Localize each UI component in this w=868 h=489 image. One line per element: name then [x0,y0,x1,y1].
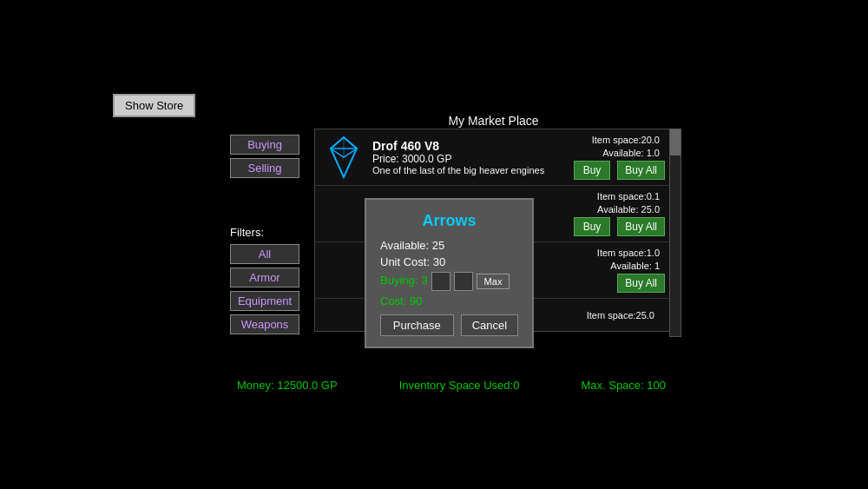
item-icon-gun [322,248,365,292]
modal-buying-value: 3 [421,274,427,287]
buy-button-1[interactable]: Buy [574,161,611,180]
modal-buying-label: Buying: [380,274,418,287]
max-button[interactable]: Max [477,274,510,289]
item-available-2: Available: 25.0 [578,204,665,215]
scrollbar[interactable] [669,129,681,337]
modal-quantity-row: Buying: 3 Max [380,272,518,291]
item-price: Price: 3000.0 GP [372,153,574,165]
buy-all-button-1[interactable]: Buy All [617,161,665,180]
item-name: Drof 460 V8 [372,139,574,153]
filter-weapons[interactable]: Weapons [230,314,299,334]
filter-all[interactable]: All [230,244,299,264]
filter-armor[interactable]: Armor [230,268,299,287]
filters-label: Filters: [230,226,299,239]
modal-cost: Cost: 90 [380,294,518,307]
buy-actions-2: Item space:0.1 Available: 25.0 Buy Buy A… [574,191,665,236]
scrollbar-thumb[interactable] [670,129,681,155]
modal-unit-cost: Unit Cost: 30 [380,255,518,268]
mode-buttons: Buying Selling [230,135,299,178]
purchase-button[interactable]: Purchase [380,314,454,336]
item-space: Item space:20.0 [578,135,665,145]
selling-button[interactable]: Selling [230,158,299,178]
item-space-3: Item space:1.0 [578,248,665,258]
item-icon-arrows [322,192,365,235]
cancel-button[interactable]: Cancel [461,314,518,336]
buy-all-button-2[interactable]: Buy All [617,217,665,236]
money-status: Money: 12500.0 GP [237,379,338,392]
max-space-status: Max. Space: 100 [581,379,666,392]
modal-available: Available: 25 [380,239,518,252]
modal-actions: Purchase Cancel [380,314,518,336]
buy-row-2: Buy Buy All [574,217,665,236]
filters-panel: Filters: All Armor Equipment Weapons [230,226,299,338]
buy-actions-3: Item space:1.0 Available: 1 Buy All [578,248,665,293]
item-desc: One of the last of the big heaver engine… [372,165,574,175]
buying-button[interactable]: Buying [230,135,299,155]
item-info: Drof 460 V8 Price: 3000.0 GP One of the … [365,139,574,175]
show-store-button[interactable]: Show Store [113,94,195,117]
filter-equipment[interactable]: Equipment [230,291,299,311]
buy-row: Buy Buy All [574,161,665,180]
item-row: Drof 460 V8 Price: 3000.0 GP One of the … [315,129,672,186]
item-space-4: Item space:25.0 [573,310,660,320]
item-space-2: Item space:0.1 [578,191,665,202]
item-icon-drof [322,135,365,179]
inventory-status: Inventory Space Used:0 [399,379,520,392]
buy-button-2[interactable]: Buy [574,217,611,236]
qty-box-minus[interactable] [431,272,450,291]
buy-actions: Item space:20.0 Available: 1.0 Buy Buy A… [574,135,665,180]
purchase-modal: Arrows Available: 25 Unit Cost: 30 Buyin… [365,198,534,348]
modal-title: Arrows [380,212,518,230]
item-available: Available: 1.0 [578,148,665,158]
qty-box-plus[interactable] [454,272,473,291]
market-title: My Market Place [448,114,538,128]
buy-all-button-3[interactable]: Buy All [617,274,665,293]
item-icon-mithril [322,304,365,326]
item-available-3: Available: 1 [578,261,665,271]
status-bar: Money: 12500.0 GP Inventory Space Used:0… [230,375,673,395]
